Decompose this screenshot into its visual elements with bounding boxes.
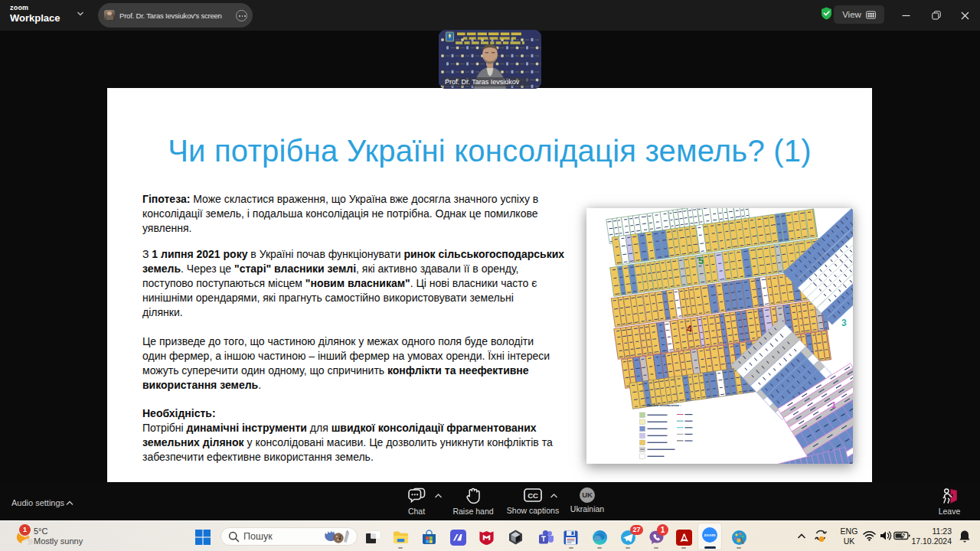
svg-text:3: 3 [841,318,847,328]
svg-text:5: 5 [698,255,704,266]
svg-text:CC: CC [528,491,538,500]
svg-text:4: 4 [687,324,692,334]
svg-text:Умовні позначення :: Умовні позначення : [647,403,681,407]
svg-text:1: 1 [831,400,836,409]
